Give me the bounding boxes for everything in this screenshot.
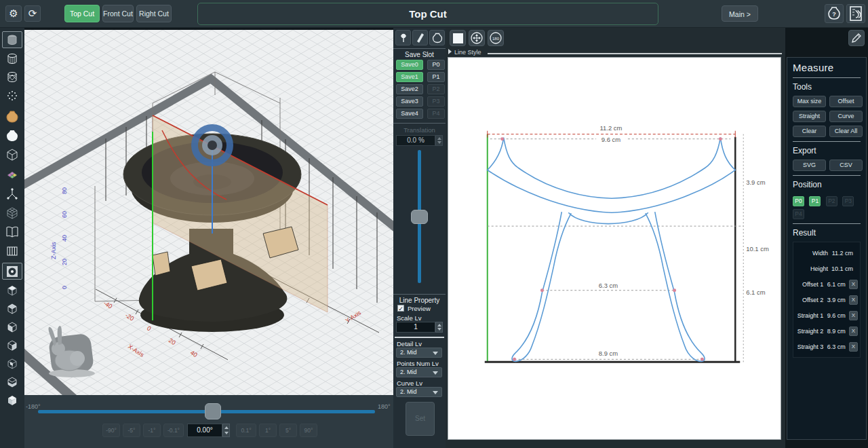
viewport-3d[interactable]: 0 20 40 60 80 Z-Axis -40 -20 0 20 40 X-A… [24, 30, 393, 395]
cube-left-face-icon[interactable] [2, 337, 22, 354]
cube-cut-icon[interactable] [2, 373, 22, 390]
model-report-icon[interactable] [846, 4, 865, 23]
axis-tripod-icon[interactable] [2, 185, 22, 202]
scale-lv-label: Scale Lv [397, 314, 421, 322]
cylinder-solid-icon[interactable] [2, 31, 22, 48]
position-p0-chip[interactable]: P0 [793, 196, 804, 206]
vase-help-icon[interactable]: ? [825, 4, 844, 23]
save4-button[interactable]: Save4 [396, 109, 423, 119]
save2-button[interactable]: Save2 [396, 84, 423, 94]
remove-offset1-button[interactable]: X [849, 280, 858, 289]
remove-offset2-button[interactable]: X [849, 295, 858, 305]
save3-button[interactable]: Save3 [396, 96, 423, 107]
position-p2-chip[interactable]: P2 [826, 196, 837, 206]
remove-straight3-button[interactable]: X [849, 342, 858, 352]
scale-lv-input[interactable]: 1 [396, 322, 435, 333]
result-value: 6.3 cm [826, 343, 845, 350]
cylinder-mesh-icon[interactable] [2, 69, 22, 86]
export-svg-button[interactable]: SVG [793, 160, 826, 171]
fill-square-icon[interactable] [450, 30, 466, 46]
clear-all-button[interactable]: Clear All [829, 126, 863, 137]
pin-icon[interactable] [395, 30, 411, 45]
model-report-glyph [847, 5, 865, 22]
measurement-points [500, 137, 722, 361]
cylinder-hatched-icon[interactable] [2, 50, 22, 67]
set-button[interactable]: Set [406, 402, 435, 436]
cut-plane-icon[interactable] [412, 30, 428, 45]
cube-front-face-icon[interactable] [2, 318, 22, 335]
points-num-lv-select[interactable]: 2. Mid [396, 367, 442, 377]
p3-button[interactable]: P3 [427, 96, 445, 107]
mesh-plane-icon[interactable] [2, 166, 22, 183]
curve-lv-select[interactable]: 2. Mid [396, 387, 442, 397]
result-label: Straight 1 [795, 312, 823, 319]
clear-button[interactable]: Clear [793, 126, 826, 137]
translation-input[interactable]: 0.0 % [396, 135, 435, 146]
point-cloud-icon[interactable] [2, 87, 22, 104]
pencil-icon[interactable] [848, 30, 865, 46]
rotate-minus-01-button[interactable]: -0.1° [163, 424, 184, 437]
rotate-plus-5-button[interactable]: 5° [279, 424, 297, 437]
translation-slider-handle[interactable] [411, 210, 428, 224]
straight-button[interactable]: Straight [793, 111, 826, 122]
rotate-minus-1-button[interactable]: -1° [143, 424, 161, 437]
top-cut-button[interactable]: Top Cut [64, 5, 100, 22]
rotate-plus-90-button[interactable]: 90° [300, 424, 317, 437]
scale-lv-spinner[interactable] [435, 322, 443, 333]
svg-text:11.2 cm: 11.2 cm [600, 124, 623, 132]
vase-icon[interactable] [429, 30, 445, 45]
save0-button[interactable]: Save0 [396, 60, 423, 70]
line-property-header: Line Property [393, 294, 446, 304]
top-straight-dimension: 9.6 cm [490, 136, 731, 143]
cross-section-profile[interactable] [488, 138, 736, 362]
preview-checkbox[interactable]: ✓ [397, 305, 404, 312]
p1-button[interactable]: P1 [427, 72, 445, 82]
detail-lv-select[interactable]: 2. Mid [396, 348, 442, 358]
rotation-slider-handle[interactable] [205, 403, 221, 419]
rotation-angle-spinner[interactable] [222, 424, 230, 437]
rotate-180-icon[interactable]: 180 [488, 30, 504, 46]
position-p1-chip[interactable]: P1 [809, 196, 821, 206]
gear-icon[interactable]: ⚙ [5, 5, 22, 22]
vase-tan-icon[interactable] [2, 108, 22, 125]
line-style-section[interactable]: Line Style [448, 49, 481, 57]
rotate-plus-1-button[interactable]: 1° [259, 424, 277, 437]
height-value: 10.1 cm [746, 245, 769, 253]
right-cut-button[interactable]: Right Cut [136, 5, 172, 22]
cube-top-solid-icon[interactable] [2, 282, 22, 299]
vase-white-icon[interactable] [2, 127, 22, 144]
result-value: 6.1 cm [826, 281, 845, 288]
p0-button[interactable]: P0 [427, 60, 445, 70]
cube-solid-icon[interactable] [2, 392, 22, 409]
p2-button[interactable]: P2 [427, 84, 445, 94]
position-p4-chip[interactable]: P4 [793, 209, 804, 219]
svg-text:60: 60 [61, 211, 68, 218]
rotate-plus-01-button[interactable]: 0.1° [236, 424, 256, 437]
refresh-icon[interactable]: ⟳ [24, 5, 41, 22]
cube-grid-icon[interactable] [2, 204, 22, 221]
translation-spinner[interactable] [435, 135, 443, 146]
rotate-minus-5-button[interactable]: -5° [123, 424, 140, 437]
export-csv-button[interactable]: CSV [829, 160, 863, 171]
front-cut-button[interactable]: Front Cut [102, 5, 134, 22]
offset1-value: 6.1 cm [746, 288, 765, 296]
move-icon[interactable] [469, 30, 485, 46]
book-open-icon[interactable] [2, 223, 22, 240]
cube-top-face-icon[interactable] [2, 300, 22, 317]
rotation-angle-input[interactable]: 0.00° [187, 424, 222, 437]
boxed-sphere-icon[interactable] [2, 263, 22, 280]
max-size-button[interactable]: Max size [793, 96, 826, 107]
profile-canvas[interactable]: 11.2 cm 9.6 cm 3.9 cm 10.1 cm 6.1 cm 6.3… [448, 57, 781, 440]
cube-inner-icon[interactable] [2, 355, 22, 372]
rotate-minus-90-button[interactable]: -90° [102, 424, 120, 437]
save1-button[interactable]: Save1 [396, 72, 423, 82]
remove-straight2-button[interactable]: X [849, 326, 858, 336]
offset-button[interactable]: Offset [829, 96, 863, 107]
remove-straight1-button[interactable]: X [849, 311, 858, 320]
cube-wireframe-icon[interactable] [2, 146, 22, 163]
curve-button[interactable]: Curve [829, 111, 863, 122]
p4-button[interactable]: P4 [427, 109, 445, 119]
position-p3-chip[interactable]: P3 [842, 196, 854, 206]
bars-vertical-icon[interactable] [2, 242, 22, 259]
main-nav-button[interactable]: Main > [722, 5, 758, 22]
